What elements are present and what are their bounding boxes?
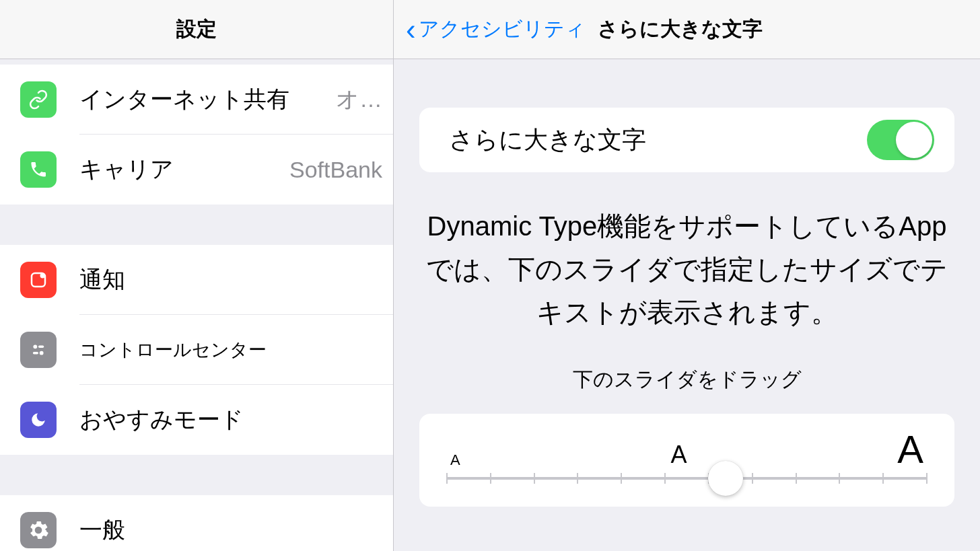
slider-label-large: A	[897, 430, 923, 469]
dynamic-type-description: Dynamic Type機能をサポートしているAppでは、下のスライダで指定した…	[421, 205, 953, 334]
sidebar-header: 設定	[0, 0, 393, 59]
item-label: 通知	[79, 264, 382, 295]
chevron-left-icon: ‹	[406, 15, 416, 44]
slider-labels: A A A	[446, 430, 928, 469]
text-size-slider-container: A A A	[419, 414, 954, 507]
item-label: おやすみモード	[79, 404, 382, 435]
svg-rect-5	[33, 352, 38, 355]
sidebar-item-general[interactable]: 一般	[0, 495, 393, 551]
toggle-switch[interactable]	[867, 120, 934, 160]
settings-sidebar: 設定 インターネット共有 オ… キャリア SoftBank	[0, 0, 394, 551]
item-label: コントロールセンター	[79, 338, 382, 362]
item-label: キャリア	[79, 154, 284, 185]
sidebar-item-notifications[interactable]: 通知	[0, 245, 393, 315]
sidebar-item-control-center[interactable]: コントロールセンター	[0, 315, 393, 385]
slider-hint: 下のスライダをドラッグ	[394, 366, 980, 394]
slider-ticks	[446, 473, 928, 484]
gear-icon	[20, 512, 57, 548]
moon-icon	[20, 402, 57, 438]
sidebar-group-system: 通知 コントロールセンター おやすみモード	[0, 245, 393, 455]
sidebar-item-dnd[interactable]: おやすみモード	[0, 385, 393, 455]
detail-header: ‹ アクセシビリティ さらに大きな文字	[394, 0, 980, 59]
svg-point-2	[33, 344, 37, 348]
toggle-label: さらに大きな文字	[449, 124, 646, 157]
slider-label-small: A	[450, 451, 460, 469]
sidebar-group-network: インターネット共有 オ… キャリア SoftBank	[0, 65, 393, 205]
link-icon	[20, 81, 57, 118]
slider-label-mid: A	[670, 441, 687, 469]
sidebar-group-general: 一般	[0, 495, 393, 551]
control-center-icon	[20, 332, 57, 368]
detail-title: さらに大きな文字	[598, 15, 763, 43]
notifications-icon	[20, 262, 57, 298]
item-label: 一般	[79, 515, 382, 546]
sidebar-content[interactable]: インターネット共有 オ… キャリア SoftBank 通知	[0, 59, 393, 551]
svg-rect-3	[38, 346, 44, 348]
item-label: インターネット共有	[79, 84, 330, 115]
back-button[interactable]: ‹ アクセシビリティ	[394, 15, 586, 44]
item-value: オ…	[336, 84, 382, 115]
svg-point-4	[40, 351, 44, 355]
detail-body: さらに大きな文字 Dynamic Type機能をサポートしているAppでは、下の…	[394, 59, 980, 551]
detail-pane: ‹ アクセシビリティ さらに大きな文字 さらに大きな文字 Dynamic Typ…	[394, 0, 980, 551]
phone-icon	[20, 151, 57, 188]
slider-thumb[interactable]	[708, 461, 743, 496]
toggle-knob	[896, 122, 932, 158]
sidebar-item-carrier[interactable]: キャリア SoftBank	[0, 135, 393, 205]
larger-text-toggle-row[interactable]: さらに大きな文字	[419, 108, 954, 172]
item-value: SoftBank	[289, 157, 382, 183]
slider-track[interactable]	[446, 477, 928, 480]
svg-point-1	[40, 273, 46, 279]
back-label: アクセシビリティ	[419, 15, 586, 43]
sidebar-item-hotspot[interactable]: インターネット共有 オ…	[0, 65, 393, 135]
sidebar-title: 設定	[176, 15, 217, 43]
